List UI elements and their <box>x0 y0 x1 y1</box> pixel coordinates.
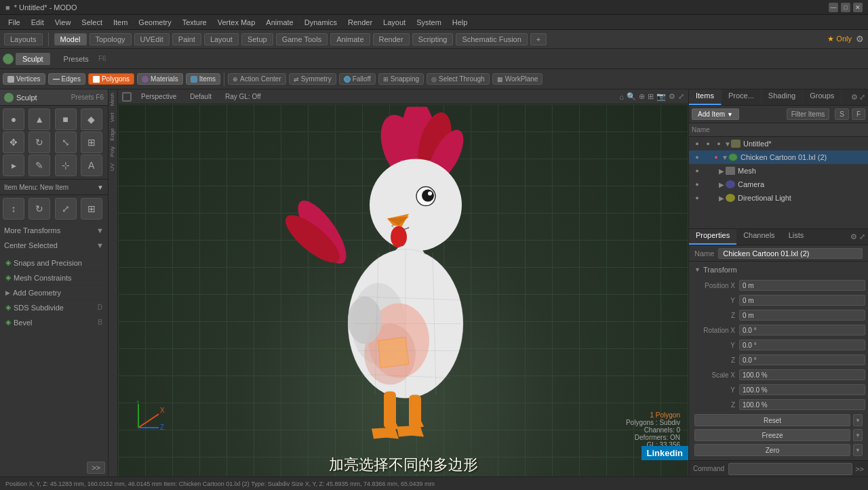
action-center-button[interactable]: ⊕ Action Center <box>228 73 286 85</box>
workplane-button[interactable]: ▦ WorkPlane <box>492 73 543 85</box>
viewport-zoom-out-icon[interactable]: 🔍 <box>627 92 636 101</box>
transform-all[interactable]: ⊞ <box>81 198 102 220</box>
tool-cone[interactable]: ◆ <box>81 108 102 130</box>
tree-row-mesh[interactable]: ● ▶ Mesh <box>689 164 868 178</box>
add-layout-button[interactable]: + <box>530 33 547 45</box>
panel-settings-icon[interactable]: ⚙ <box>851 93 858 102</box>
scale-x-field[interactable]: 100.0 % <box>739 369 865 380</box>
viewport-settings-icon[interactable]: ⚙ <box>669 92 675 101</box>
snapping-button[interactable]: ⊞ Snapping <box>378 73 424 85</box>
viewport-camera-icon[interactable]: 📷 <box>656 92 666 101</box>
transform-rotate[interactable]: ↻ <box>28 198 50 220</box>
tab-uvedit[interactable]: UVEdit <box>134 33 170 45</box>
tool-sphere[interactable]: ● <box>3 108 24 130</box>
position-y-field[interactable]: 0 m <box>739 295 865 306</box>
vis-icon-camera[interactable]: ● <box>692 179 703 190</box>
mesh-constraints-button[interactable]: ◈ Mesh Constraints <box>3 270 105 285</box>
props-name-value[interactable]: Chicken Cartoon 01.lxl (2) <box>718 248 863 259</box>
menu-edit[interactable]: Edit <box>26 17 50 28</box>
viewport-fit-icon[interactable]: ⊞ <box>648 92 654 101</box>
transform-expand-icon[interactable]: ▼ <box>694 266 701 273</box>
command-expand-icon[interactable]: >> <box>855 465 864 473</box>
perspective-dropdown[interactable]: Perspective <box>137 92 180 101</box>
menu-view[interactable]: View <box>50 17 77 28</box>
tab-topology[interactable]: Topology <box>90 33 132 45</box>
layouts-dropdown[interactable]: Layouts <box>4 33 43 45</box>
snaps-precision-button[interactable]: ◈ Snaps and Precision <box>3 255 105 270</box>
vertices-button[interactable]: Vertices <box>3 73 45 85</box>
tab-layout[interactable]: Layout <box>204 33 239 45</box>
vis3-icon-untitled[interactable]: ● <box>713 138 724 149</box>
sculpt-button[interactable]: Sculpt <box>16 53 50 65</box>
falloff-button[interactable]: Falloff <box>339 73 376 85</box>
vert-label-mesh[interactable]: Mesh <box>108 89 117 109</box>
expand-untitled[interactable]: ▼ <box>724 140 731 148</box>
tab-process[interactable]: Proce... <box>722 89 762 105</box>
select-through-button[interactable]: ◎ Select Through <box>427 73 490 85</box>
rotation-x-field[interactable]: 0.0 ° <box>739 325 865 335</box>
item-menu-dropdown-icon[interactable]: ▼ <box>97 184 104 191</box>
items-button[interactable]: Items <box>186 73 220 85</box>
star-label[interactable]: ★ Only <box>827 35 852 43</box>
tab-groups[interactable]: Groups <box>803 89 842 105</box>
menu-select[interactable]: Select <box>76 17 108 28</box>
menu-vertex-map[interactable]: Vertex Map <box>212 17 261 28</box>
panel-expand-icon[interactable]: ⤢ <box>859 93 865 102</box>
bevel-button[interactable]: ◈ Bevel B <box>3 314 105 329</box>
menu-system[interactable]: System <box>411 17 447 28</box>
tab-animate[interactable]: Animate <box>330 33 370 45</box>
tab-schematic-fusion[interactable]: Schematic Fusion <box>456 33 527 45</box>
tool-cube[interactable]: ■ <box>55 108 77 130</box>
vis-icon-chicken[interactable]: ● <box>692 152 703 163</box>
tab-items[interactable]: Items <box>689 89 722 105</box>
minimize-button[interactable]: — <box>829 3 838 12</box>
props-tab-properties[interactable]: Properties <box>689 229 736 245</box>
position-x-field[interactable]: 0 m <box>739 280 865 291</box>
viewport-toggle[interactable] <box>122 92 132 102</box>
props-expand-icon[interactable]: ⤢ <box>859 232 865 241</box>
scene-tree[interactable]: ● ● ● ▼ Untitled* ● ● ▼ Chicken Cartoon … <box>689 137 868 228</box>
viewport-expand-icon[interactable]: ⤢ <box>678 92 684 101</box>
viewport-home-icon[interactable]: ⌂ <box>619 93 624 101</box>
menu-help[interactable]: Help <box>447 17 473 28</box>
scale-z-field[interactable]: 100.0 % <box>739 399 865 410</box>
menu-file[interactable]: File <box>3 17 26 28</box>
expand-light[interactable]: ▶ <box>719 195 726 202</box>
tab-render[interactable]: Render <box>373 33 410 45</box>
sds-subdivide-button[interactable]: ◈ SDS Subdivide D <box>3 300 105 314</box>
tree-row-chicken[interactable]: ● ● ▼ Chicken Cartoon 01.lxl (2) <box>689 150 868 164</box>
scale-y-field[interactable]: 100.0 % <box>739 384 865 395</box>
vis-icon-untitled[interactable]: ● <box>692 138 703 149</box>
filter-items-button[interactable]: Filter Items <box>787 108 829 120</box>
tool-cylinder[interactable]: ▲ <box>28 108 50 130</box>
rotation-z-field[interactable]: 0.0 ° <box>739 354 865 365</box>
vert-label-edge[interactable]: Edge <box>108 125 117 144</box>
transform-scale[interactable]: ⤢ <box>55 198 77 220</box>
menu-texture[interactable]: Texture <box>177 17 212 28</box>
menu-render[interactable]: Render <box>342 17 378 28</box>
position-z-field[interactable]: 0 m <box>739 310 865 321</box>
tab-setup[interactable]: Setup <box>241 33 273 45</box>
add-geometry-button[interactable]: ▶ Add Geometry <box>3 285 105 300</box>
tool-transform[interactable]: ⊞ <box>81 131 102 153</box>
tool-paint[interactable]: ✎ <box>28 155 50 176</box>
materials-button[interactable]: Materials <box>137 73 183 85</box>
vis2-icon-chicken[interactable]: ● <box>711 152 722 163</box>
polygons-button[interactable]: Polygons <box>88 73 134 85</box>
zero-arrow[interactable]: ▼ <box>853 444 863 456</box>
symmetry-button[interactable]: ⇌ Symmetry <box>289 73 336 85</box>
expand-camera[interactable]: ▶ <box>719 181 726 188</box>
raygl-dropdown[interactable]: Ray GL: Off <box>221 92 265 101</box>
settings-icon[interactable]: ⚙ <box>856 34 864 44</box>
vert-label-poly[interactable]: Poly <box>108 143 117 160</box>
transform-move[interactable]: ↕ <box>3 198 24 220</box>
tool-knife[interactable]: A <box>81 155 102 176</box>
command-input[interactable] <box>728 463 852 475</box>
vis2-icon-untitled[interactable]: ● <box>703 138 713 149</box>
menu-dynamics[interactable]: Dynamics <box>299 17 342 28</box>
center-selected-button[interactable]: Center Selected ▼ <box>0 237 108 252</box>
tool-move[interactable]: ✥ <box>3 131 24 153</box>
vert-label-uv[interactable]: UV <box>108 160 117 173</box>
vis-icon-light[interactable]: ● <box>692 192 703 203</box>
expand-mesh[interactable]: ▶ <box>719 167 726 175</box>
